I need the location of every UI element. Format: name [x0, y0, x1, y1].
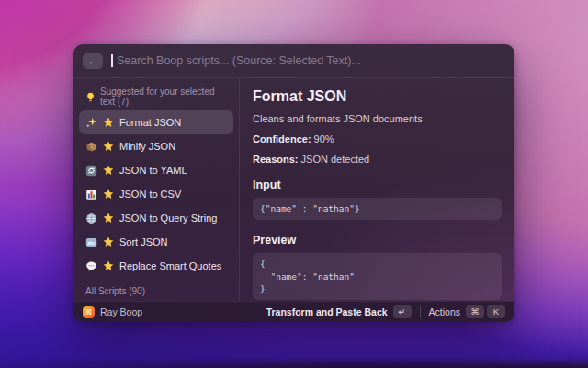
input-heading: Input: [253, 178, 502, 191]
input-code-box: {"name" : "nathan"}: [253, 198, 502, 220]
star-icon: [103, 213, 114, 224]
return-key-icon: ↵: [393, 305, 412, 318]
script-list: Suggested for your selected text (7) For…: [74, 78, 240, 301]
list-item-replace-smart-quotes[interactable]: Replace Smart Quotes: [79, 254, 233, 278]
text-caret: [111, 54, 113, 67]
list-item-label: Minify JSON: [119, 141, 175, 152]
command-key-icon: ⌘: [466, 305, 484, 318]
preview-heading: Preview: [253, 234, 502, 247]
section-all-scripts: All Scripts (90): [79, 278, 233, 300]
confidence-row: Confidence: 90%: [253, 133, 502, 144]
speech-balloon-icon: [85, 260, 97, 272]
boop-app-icon: ⌘: [83, 306, 95, 318]
search-input[interactable]: [115, 53, 505, 68]
detail-title: Format JSON: [253, 88, 502, 105]
list-item-minify-json[interactable]: Minify JSON: [79, 134, 233, 158]
primary-action-button[interactable]: Transform and Paste Back: [266, 306, 388, 317]
star-icon: [103, 260, 114, 271]
globe-icon: [85, 213, 97, 224]
back-button[interactable]: ←: [83, 53, 103, 69]
list-item-label: JSON to CSV: [119, 189, 181, 200]
list-item-label: JSON to YAML: [119, 165, 187, 176]
list-item-label: JSON to Query String: [119, 213, 217, 224]
package-icon: [85, 141, 97, 153]
actions-button[interactable]: Actions: [429, 306, 460, 317]
reasons-row: Reasons: JSON detected: [253, 154, 502, 165]
detail-description: Cleans and formats JSON documents: [253, 113, 502, 124]
abc-icon: abc: [85, 236, 97, 248]
list-item-label: Format JSON: [119, 117, 181, 128]
action-bar: ⌘ Ray Boop Transform and Paste Back ↵ Ac…: [74, 301, 514, 322]
desktop-wallpaper: ← Suggested for your selected text (7): [0, 0, 588, 368]
list-item-sort-json[interactable]: abc Sort JSON: [79, 230, 233, 254]
confidence-label: Confidence:: [253, 133, 311, 144]
lightbulb-icon: [85, 92, 96, 102]
k-key-icon: K: [487, 305, 505, 318]
star-icon: [103, 165, 114, 176]
list-item-label: Sort JSON: [119, 236, 168, 247]
arrow-left-icon: ←: [88, 55, 98, 66]
star-icon: [103, 141, 114, 152]
section-all-scripts-label: All Scripts (90): [85, 286, 145, 296]
footer-divider: [420, 306, 421, 317]
list-item-json-to-query-string[interactable]: JSON to Query String: [79, 206, 233, 230]
star-icon: [103, 236, 114, 247]
section-suggested-label: Suggested for your selected text (7): [100, 86, 227, 107]
section-suggested: Suggested for your selected text (7): [79, 82, 233, 110]
reasons-value: JSON detected: [299, 154, 370, 165]
list-item-json-to-csv[interactable]: JSON to CSV: [79, 182, 233, 206]
reasons-label: Reasons:: [253, 154, 299, 165]
list-item-format-json[interactable]: Format JSON: [79, 110, 233, 134]
search-bar: ←: [74, 44, 514, 78]
list-item-json-to-yaml[interactable]: JSON to YAML: [79, 158, 233, 182]
content-area: Suggested for your selected text (7) For…: [74, 78, 514, 301]
star-icon: [103, 117, 114, 128]
command-glyph: ⌘: [85, 308, 93, 316]
star-icon: [103, 189, 114, 200]
raycast-window: ← Suggested for your selected text (7): [74, 44, 514, 322]
svg-text:abc: abc: [87, 239, 96, 245]
sparkles-icon: [85, 117, 97, 129]
confidence-value: 90%: [311, 133, 334, 144]
arrows-cycle-icon: [85, 165, 97, 177]
list-item-label: Replace Smart Quotes: [119, 260, 221, 271]
bar-chart-icon: [85, 189, 97, 201]
app-name: Ray Boop: [100, 306, 142, 317]
preview-code-box: { "name": "nathan" }: [253, 253, 502, 300]
detail-panel: Format JSON Cleans and formats JSON docu…: [240, 78, 514, 301]
